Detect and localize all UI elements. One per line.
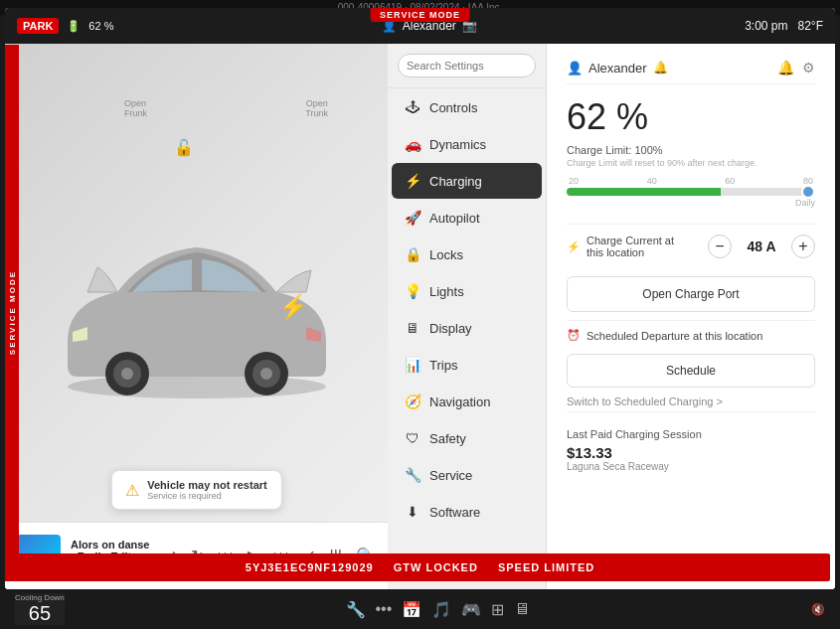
menu-item-navigation[interactable]: 🧭 Navigation: [392, 384, 542, 419]
trunk-label-area[interactable]: Open Trunk: [305, 98, 328, 118]
service-label: Service: [429, 468, 472, 483]
menu-item-display[interactable]: 🖥 Display: [392, 310, 542, 346]
search-input[interactable]: [398, 54, 536, 78]
left-panel: Open Frunk Open Trunk 🔓: [5, 44, 388, 589]
last-session: Last Paid Charging Session $13.33 Laguna…: [567, 420, 815, 480]
charging-label: Charging: [429, 174, 482, 189]
warning-icon: ⚠: [125, 481, 139, 500]
wrench-icon[interactable]: 🔧: [346, 600, 366, 619]
volume-icon[interactable]: 🔇: [811, 603, 825, 616]
right-panel: 🕹 Controls 🚗 Dynamics ⚡ Charging 🚀 Autop…: [388, 44, 835, 589]
charge-controls: − 48 A +: [708, 235, 815, 258]
trunk-text: Trunk: [305, 108, 328, 118]
charge-bar[interactable]: [567, 188, 815, 196]
charge-location-text: Charge Current at this location: [587, 235, 674, 258]
charging-icon: ⚡: [404, 173, 421, 189]
bolt-icon: ⚡: [567, 240, 581, 253]
user-info: 👤 Alexander 🔔: [567, 61, 668, 76]
charge-limit-label: Charge Limit: 100%: [567, 144, 815, 156]
menu-item-trips[interactable]: 📊 Trips: [392, 347, 542, 383]
menu-item-software[interactable]: ⬇ Software: [392, 494, 542, 530]
vin-display: 5YJ3E1EC9NF129029: [246, 561, 374, 573]
frunk-label-area[interactable]: Open Frunk: [124, 98, 147, 118]
software-label: Software: [429, 505, 480, 520]
spotify-icon[interactable]: 🎵: [431, 600, 451, 619]
top-bar-right: 3:00 pm 82°F: [745, 19, 823, 33]
autopilot-label: Autopilot: [429, 211, 480, 226]
charge-bolt-icon: ⚡: [278, 293, 308, 321]
content-username: Alexander: [588, 61, 647, 76]
bell-icon[interactable]: 🔔: [777, 60, 794, 76]
lights-icon: 💡: [404, 283, 421, 299]
menu-item-locks[interactable]: 🔒 Locks: [392, 236, 542, 272]
locks-icon: 🔒: [404, 246, 421, 262]
menu-item-safety[interactable]: 🛡 Safety: [392, 420, 542, 456]
dynamics-icon: 🚗: [404, 136, 421, 152]
frunk-open-text: Open: [124, 98, 147, 108]
last-session-title: Last Paid Charging Session: [567, 428, 815, 440]
time-display: 3:00 pm: [745, 19, 787, 33]
menu-item-dynamics[interactable]: 🚗 Dynamics: [392, 126, 542, 162]
charge-note: Charge Limit will reset to 90% after nex…: [567, 158, 815, 168]
service-mode-banner: SERVICE MODE: [370, 8, 470, 22]
software-icon: ⬇: [404, 504, 421, 520]
charge-bar-labels: 20 40 60 80: [567, 176, 815, 186]
menu-item-lights[interactable]: 💡 Lights: [392, 273, 542, 309]
gtw-status: GTW LOCKED: [394, 561, 478, 573]
switch-charging-link[interactable]: Switch to Scheduled Charging >: [567, 392, 815, 412]
charge-bar-fill: [567, 188, 721, 196]
svg-point-3: [121, 368, 133, 380]
grid-icon[interactable]: ⊞: [491, 600, 504, 619]
bar-label-20: 20: [569, 176, 579, 186]
trips-label: Trips: [429, 358, 457, 373]
scheduled-label: Scheduled Departure at this location: [587, 330, 762, 342]
navigation-icon: 🧭: [404, 393, 421, 409]
content-user-header: 👤 Alexander 🔔 🔔 ⚙: [567, 60, 815, 84]
charge-current-value: 48 A: [742, 238, 781, 254]
temperature-display: 82°F: [798, 19, 823, 33]
last-session-location: Laguna Seca Raceway: [567, 461, 815, 472]
apps-icon[interactable]: 🎮: [461, 600, 481, 619]
increase-charge-button[interactable]: +: [791, 235, 815, 258]
safety-label: Safety: [429, 431, 466, 446]
notification-icon: 🔔: [653, 61, 668, 75]
monitor-icon[interactable]: 🖥: [514, 600, 530, 618]
body-area: Open Frunk Open Trunk 🔓: [5, 44, 835, 589]
dynamics-label: Dynamics: [429, 137, 486, 152]
schedule-button[interactable]: Schedule: [567, 354, 815, 388]
clock-icon: ⏰: [567, 329, 581, 342]
cooling-temp: 65: [15, 602, 65, 625]
car-svg-area: ⚡: [25, 123, 368, 490]
taskbar: Cooling Down 65 🔧 ••• 📅 🎵 🎮 ⊞ 🖥 🔇: [0, 589, 840, 629]
calendar-icon[interactable]: 📅: [402, 600, 421, 619]
navigation-label: Navigation: [429, 394, 490, 409]
menu-item-autopilot[interactable]: 🚀 Autopilot: [392, 200, 542, 236]
status-bottom-bar: 5YJ3E1EC9NF129029 GTW LOCKED SPEED LIMIT…: [10, 553, 830, 581]
trunk-open-text: Open: [305, 98, 328, 108]
decrease-charge-button[interactable]: −: [708, 235, 732, 258]
service-mode-label: SERVICE MODE: [8, 270, 17, 355]
svg-point-6: [260, 368, 272, 380]
bar-label-60: 60: [725, 176, 735, 186]
car-display: Open Frunk Open Trunk 🔓: [5, 44, 388, 589]
speed-status: SPEED LIMITED: [498, 561, 594, 573]
content-area: 👤 Alexander 🔔 🔔 ⚙ 62 % Charge Limit: 100…: [547, 44, 835, 589]
park-badge: PARK: [17, 18, 59, 34]
charge-bar-limit-indicator: [801, 185, 815, 199]
warning-line1: Vehicle may not restart: [147, 479, 266, 491]
last-session-amount: $13.33: [567, 444, 815, 461]
top-bar: PARK 🔋 62 % SERVICE MODE 👤 Alexander 📷 3…: [5, 8, 835, 44]
user-profile-icon: 👤: [567, 61, 583, 76]
service-mode-bar: SERVICE MODE: [5, 45, 19, 581]
settings-icon[interactable]: ⚙: [802, 60, 815, 76]
charge-bar-section: 20 40 60 80 Daily: [567, 176, 815, 208]
menu-item-service[interactable]: 🔧 Service: [392, 457, 542, 493]
warning-text: Vehicle may not restart Service is requi…: [147, 479, 266, 501]
bar-label-40: 40: [647, 176, 657, 186]
header-icons: 🔔 ⚙: [777, 60, 815, 76]
menu-item-charging[interactable]: ⚡ Charging: [392, 163, 542, 199]
open-charge-port-button[interactable]: Open Charge Port: [567, 276, 815, 312]
dots-icon[interactable]: •••: [376, 600, 393, 618]
battery-icon: 🔋: [67, 20, 81, 33]
menu-item-controls[interactable]: 🕹 Controls: [392, 89, 542, 125]
